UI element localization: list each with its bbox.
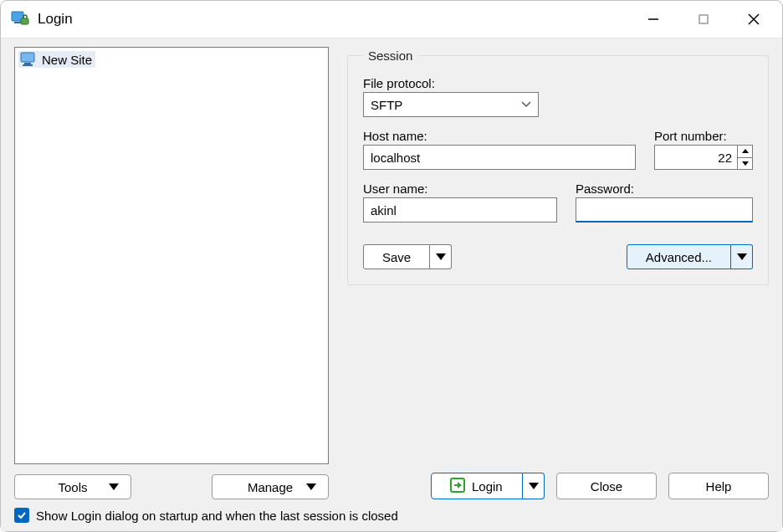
chevron-down-icon xyxy=(521,101,531,108)
app-icon xyxy=(11,10,29,28)
site-list[interactable]: New Site xyxy=(14,47,329,464)
login-dialog-window: Login xyxy=(0,0,783,532)
protocol-value: SFTP xyxy=(371,98,402,112)
show-on-startup-label: Show Login dialog on startup and when th… xyxy=(36,509,398,523)
svg-rect-8 xyxy=(24,63,31,64)
protocol-label: File protocol: xyxy=(363,76,539,90)
save-button[interactable]: Save xyxy=(363,244,430,269)
port-input[interactable]: 22 xyxy=(654,145,738,170)
show-on-startup-checkbox[interactable] xyxy=(14,508,29,523)
close-button-label: Close xyxy=(591,479,622,494)
protocol-field: File protocol: SFTP xyxy=(363,76,539,117)
host-input[interactable]: localhost xyxy=(363,145,636,170)
right-panel: Session File protocol: SFTP Host name: l xyxy=(347,47,769,499)
session-button-row: Save Advanced... xyxy=(363,244,753,269)
port-spin-up[interactable] xyxy=(738,146,752,157)
site-list-item[interactable]: New Site xyxy=(18,51,95,68)
host-input-value: localhost xyxy=(371,151,420,165)
session-groupbox: Session File protocol: SFTP Host name: l xyxy=(347,49,769,285)
chevron-down-icon xyxy=(529,483,539,489)
chevron-down-icon xyxy=(436,253,446,260)
minimize-button[interactable] xyxy=(628,3,678,36)
chevron-down-icon xyxy=(306,483,316,490)
manage-button-label: Manage xyxy=(248,480,293,494)
save-split-button: Save xyxy=(363,244,452,269)
left-panel: New Site Tools Manage xyxy=(14,47,329,499)
svg-marker-11 xyxy=(458,482,462,489)
tools-button[interactable]: Tools xyxy=(14,474,131,499)
login-split-button: Login xyxy=(431,473,545,499)
port-label: Port number: xyxy=(654,129,753,143)
chevron-down-icon xyxy=(737,253,747,260)
site-item-label: New Site xyxy=(42,53,92,67)
help-button-label: Help xyxy=(706,479,732,494)
host-label: Host name: xyxy=(363,129,636,143)
maximize-button[interactable] xyxy=(678,3,729,36)
username-label: User name: xyxy=(363,182,557,196)
port-spin-down[interactable] xyxy=(738,157,752,170)
save-button-label: Save xyxy=(382,250,411,264)
svg-rect-4 xyxy=(699,15,708,23)
host-field: Host name: localhost xyxy=(363,129,636,170)
chevron-up-icon xyxy=(742,149,749,153)
advanced-dropdown-button[interactable] xyxy=(731,244,753,269)
window-title: Login xyxy=(38,11,73,28)
client-area: New Site Tools Manage Session xyxy=(1,38,782,531)
port-field: Port number: 22 xyxy=(654,129,753,170)
username-input-value: akinl xyxy=(371,203,397,217)
chevron-down-icon xyxy=(742,161,749,166)
monitor-icon xyxy=(20,52,37,67)
site-list-toolbar: Tools Manage xyxy=(14,474,329,499)
advanced-button[interactable]: Advanced... xyxy=(627,244,731,269)
password-label: Password: xyxy=(576,182,753,196)
startup-checkbox-row: Show Login dialog on startup and when th… xyxy=(14,508,769,523)
close-button[interactable]: Close xyxy=(556,473,657,499)
save-dropdown-button[interactable] xyxy=(430,244,452,269)
svg-rect-1 xyxy=(14,22,21,23)
svg-rect-9 xyxy=(23,64,33,66)
check-icon xyxy=(17,510,27,520)
port-input-value: 22 xyxy=(718,151,732,165)
login-dropdown-button[interactable] xyxy=(523,473,545,499)
main-content-row: New Site Tools Manage Session xyxy=(14,47,769,499)
session-legend: Session xyxy=(363,49,417,63)
manage-button[interactable]: Manage xyxy=(212,474,329,499)
login-button-label: Login xyxy=(472,479,503,494)
login-icon xyxy=(450,478,465,495)
close-window-button[interactable] xyxy=(729,3,779,36)
title-bar: Login xyxy=(1,1,782,38)
svg-rect-7 xyxy=(21,53,34,62)
advanced-split-button: Advanced... xyxy=(627,244,753,269)
help-button[interactable]: Help xyxy=(668,473,769,499)
username-input[interactable]: akinl xyxy=(363,197,557,223)
port-spinner xyxy=(738,145,753,170)
dialog-button-row: Login Close Help xyxy=(347,473,769,499)
svg-rect-2 xyxy=(21,18,28,24)
tools-button-label: Tools xyxy=(58,480,87,494)
chevron-down-icon xyxy=(109,483,119,490)
password-field: Password: xyxy=(576,182,753,223)
login-button[interactable]: Login xyxy=(431,473,523,499)
protocol-select[interactable]: SFTP xyxy=(363,92,539,117)
advanced-button-label: Advanced... xyxy=(646,250,712,264)
username-field: User name: akinl xyxy=(363,182,557,223)
password-input[interactable] xyxy=(576,197,753,223)
